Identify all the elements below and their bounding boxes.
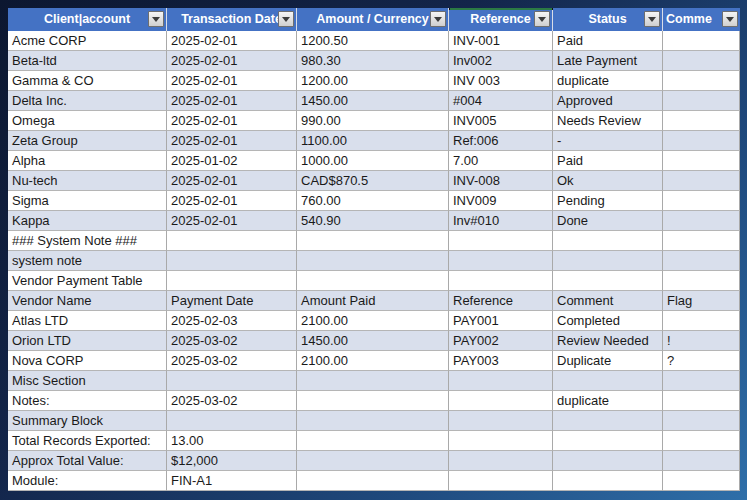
cell[interactable]: #004	[449, 91, 553, 111]
cell[interactable]: 2025-03-02	[167, 331, 297, 351]
filter-dropdown-button-4[interactable]	[644, 11, 660, 27]
cell[interactable]	[663, 251, 740, 271]
cell[interactable]: Flag	[663, 291, 740, 311]
cell[interactable]	[297, 451, 449, 471]
cell[interactable]	[663, 111, 740, 131]
cell[interactable]	[449, 271, 553, 291]
cell[interactable]: Nu-tech	[8, 171, 167, 191]
cell[interactable]: 2025-03-02	[167, 391, 297, 411]
column-header-5[interactable]: Comme	[663, 8, 740, 31]
cell[interactable]: 2025-02-01	[167, 71, 297, 91]
cell[interactable]: 1100.00	[297, 131, 449, 151]
cell[interactable]	[663, 311, 740, 331]
cell[interactable]	[297, 471, 449, 491]
cell[interactable]: -	[553, 131, 663, 151]
cell[interactable]: 2025-02-01	[167, 51, 297, 71]
cell[interactable]: system note	[8, 251, 167, 271]
cell[interactable]: INV-008	[449, 171, 553, 191]
column-header-3[interactable]: Reference	[449, 8, 553, 31]
cell[interactable]	[167, 411, 297, 431]
cell[interactable]: Zeta Group	[8, 131, 167, 151]
cell[interactable]	[553, 231, 663, 251]
cell[interactable]: 540.90	[297, 211, 449, 231]
cell[interactable]	[663, 151, 740, 171]
cell[interactable]	[663, 131, 740, 151]
cell[interactable]: Comment	[553, 291, 663, 311]
cell[interactable]: Inv002	[449, 51, 553, 71]
cell[interactable]	[663, 191, 740, 211]
cell[interactable]	[553, 251, 663, 271]
cell[interactable]: 1200.50	[297, 31, 449, 51]
cell[interactable]: Ref:006	[449, 131, 553, 151]
cell[interactable]: Amount Paid	[297, 291, 449, 311]
cell[interactable]	[449, 231, 553, 251]
cell[interactable]: Completed	[553, 311, 663, 331]
cell[interactable]: 2025-02-01	[167, 211, 297, 231]
filter-dropdown-button-5[interactable]	[722, 11, 738, 27]
cell[interactable]: Misc Section	[8, 371, 167, 391]
cell[interactable]: Orion LTD	[8, 331, 167, 351]
cell[interactable]: Alpha	[8, 151, 167, 171]
cell[interactable]: Paid	[553, 151, 663, 171]
cell[interactable]	[553, 451, 663, 471]
cell[interactable]	[553, 271, 663, 291]
cell[interactable]: ### System Note ###	[8, 231, 167, 251]
cell[interactable]: Reference	[449, 291, 553, 311]
cell[interactable]	[663, 211, 740, 231]
cell[interactable]: FIN-A1	[167, 471, 297, 491]
cell[interactable]: Gamma & CO	[8, 71, 167, 91]
cell[interactable]: Duplicate	[553, 351, 663, 371]
cell[interactable]: Vendor Payment Table	[8, 271, 167, 291]
cell[interactable]: Approved	[553, 91, 663, 111]
cell[interactable]	[663, 391, 740, 411]
cell[interactable]	[663, 71, 740, 91]
cell[interactable]	[553, 431, 663, 451]
cell[interactable]	[663, 171, 740, 191]
cell[interactable]	[297, 231, 449, 251]
cell[interactable]: 760.00	[297, 191, 449, 211]
column-header-1[interactable]: Transaction Date	[167, 8, 297, 31]
cell[interactable]	[663, 231, 740, 251]
cell[interactable]: Needs Review	[553, 111, 663, 131]
column-header-4[interactable]: Status	[553, 8, 663, 31]
cell[interactable]	[553, 411, 663, 431]
cell[interactable]: duplicate	[553, 391, 663, 411]
cell[interactable]: 1000.00	[297, 151, 449, 171]
cell[interactable]: 7.00	[449, 151, 553, 171]
cell[interactable]	[449, 391, 553, 411]
cell[interactable]: $12,000	[167, 451, 297, 471]
cell[interactable]: 2025-02-01	[167, 191, 297, 211]
cell[interactable]	[167, 271, 297, 291]
cell[interactable]	[297, 251, 449, 271]
column-header-0[interactable]: Client|account	[8, 8, 167, 31]
filter-dropdown-button-0[interactable]	[148, 11, 164, 27]
cell[interactable]: Kappa	[8, 211, 167, 231]
cell[interactable]: Summary Block	[8, 411, 167, 431]
cell[interactable]: CAD$870.5	[297, 171, 449, 191]
cell[interactable]: INV-001	[449, 31, 553, 51]
cell[interactable]: 2025-02-01	[167, 31, 297, 51]
cell[interactable]	[297, 371, 449, 391]
cell[interactable]: duplicate	[553, 71, 663, 91]
cell[interactable]: 2025-03-02	[167, 351, 297, 371]
cell[interactable]	[663, 31, 740, 51]
cell[interactable]: 2025-02-01	[167, 131, 297, 151]
cell[interactable]: Late Payment	[553, 51, 663, 71]
cell[interactable]: Nova CORP	[8, 351, 167, 371]
cell[interactable]	[167, 251, 297, 271]
cell[interactable]: 1200.00	[297, 71, 449, 91]
cell[interactable]: 1450.00	[297, 91, 449, 111]
cell[interactable]: 990.00	[297, 111, 449, 131]
filter-dropdown-button-3[interactable]	[534, 11, 550, 27]
cell[interactable]: INV 003	[449, 71, 553, 91]
cell[interactable]: INV009	[449, 191, 553, 211]
cell[interactable]	[663, 471, 740, 491]
cell[interactable]: Delta Inc.	[8, 91, 167, 111]
cell[interactable]: Acme CORP	[8, 31, 167, 51]
cell[interactable]	[449, 451, 553, 471]
cell[interactable]: INV005	[449, 111, 553, 131]
cell[interactable]	[553, 371, 663, 391]
cell[interactable]	[663, 451, 740, 471]
filter-dropdown-button-1[interactable]	[278, 11, 294, 27]
cell[interactable]	[297, 271, 449, 291]
